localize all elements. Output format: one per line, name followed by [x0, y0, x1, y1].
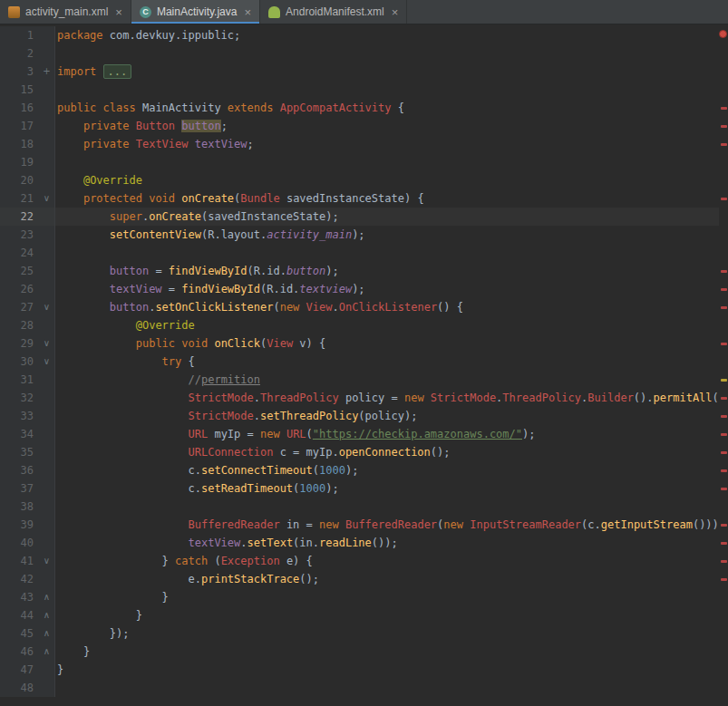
line-number[interactable]: 3 [0, 63, 39, 81]
line-number[interactable]: 28 [0, 316, 39, 334]
line-number[interactable]: 37 [0, 479, 39, 498]
fold-region-icon[interactable]: ∨ [39, 353, 54, 371]
tab-androidmanifest-xml[interactable]: AndroidManifest.xml × [260, 0, 407, 24]
code-line[interactable]: public class MainActivity extends AppCom… [55, 99, 728, 117]
error-stripe-mark[interactable] [721, 578, 727, 581]
error-stripe-mark[interactable] [721, 542, 727, 545]
line-number[interactable]: 38 [0, 498, 39, 516]
line-number[interactable]: 29 [0, 334, 39, 353]
code-line[interactable]: URLConnection c = myIp.openConnection(); [55, 443, 728, 461]
code-line[interactable]: StrictMode.ThreadPolicy policy = new Str… [55, 389, 728, 407]
code-line[interactable]: setContentView(R.layout.activity_main); [55, 226, 728, 244]
code-line[interactable]: super.onCreate(savedInstanceState); [55, 208, 728, 226]
code-line[interactable] [55, 81, 728, 99]
line-number[interactable]: 26 [0, 280, 39, 298]
error-stripe-mark[interactable] [721, 306, 727, 309]
code-line[interactable]: private Button button; [55, 117, 728, 135]
code-line[interactable]: } [55, 588, 728, 606]
line-number[interactable]: 35 [0, 443, 39, 461]
error-stripe-mark[interactable] [721, 343, 727, 345]
line-number[interactable]: 30 [0, 353, 39, 371]
code-line[interactable] [55, 153, 728, 171]
code-line[interactable] [55, 244, 728, 262]
fold-region-icon[interactable]: ∨ [39, 334, 54, 353]
fold-region-icon[interactable]: ∧ [39, 606, 54, 624]
code-line[interactable]: c.setReadTimeout(1000); [55, 479, 728, 498]
error-stripe-mark[interactable] [721, 125, 727, 128]
error-stripe-mark[interactable] [721, 488, 727, 490]
line-number[interactable]: 22 [0, 208, 39, 226]
line-number[interactable]: 42 [0, 570, 39, 588]
code-line[interactable]: }); [55, 624, 728, 643]
line-number[interactable]: 25 [0, 262, 39, 280]
line-number[interactable]: 45 [0, 624, 39, 643]
fold-region-icon[interactable]: ∨ [39, 298, 54, 316]
error-stripe-mark[interactable] [721, 198, 727, 200]
error-stripe-mark[interactable] [721, 451, 727, 454]
line-number[interactable]: 17 [0, 117, 39, 135]
line-number[interactable]: 39 [0, 516, 39, 534]
code-line[interactable]: button.setOnClickListener(new View.OnCli… [55, 298, 728, 316]
line-number[interactable]: 20 [0, 171, 39, 189]
code-line[interactable]: public void onClick(View v) { [55, 334, 728, 353]
fold-region-icon[interactable]: ∧ [39, 624, 54, 643]
code-line[interactable]: c.setConnectTimeout(1000); [55, 461, 728, 479]
code-line[interactable] [55, 679, 728, 697]
error-count-badge[interactable] [719, 30, 727, 38]
code-line[interactable]: private TextView textView; [55, 135, 728, 153]
error-stripe-mark[interactable] [721, 143, 727, 146]
error-stripe-mark[interactable] [721, 524, 727, 527]
line-number[interactable]: 15 [0, 81, 39, 99]
line-number[interactable]: 31 [0, 371, 39, 389]
tab-mainactivity-java[interactable]: C MainActivity.java × [131, 0, 260, 24]
expand-fold-icon[interactable]: + [39, 63, 54, 81]
close-tab-icon[interactable]: × [244, 6, 251, 18]
code-line[interactable]: } [55, 643, 728, 661]
code-line[interactable]: textView = findViewById(R.id.textview); [55, 280, 728, 298]
line-number[interactable]: 44 [0, 606, 39, 624]
code-line[interactable]: //permition [55, 371, 728, 389]
line-number[interactable]: 32 [0, 389, 39, 407]
line-number[interactable]: 46 [0, 643, 39, 661]
code-line[interactable]: e.printStackTrace(); [55, 570, 728, 588]
code-line[interactable] [55, 498, 728, 516]
error-stripe-mark[interactable] [721, 107, 727, 110]
line-number[interactable]: 21 [0, 189, 39, 208]
line-number[interactable]: 47 [0, 661, 39, 679]
error-stripe-mark[interactable] [721, 270, 727, 273]
code-line[interactable]: protected void onCreate(Bundle savedInst… [55, 189, 728, 208]
line-number[interactable]: 16 [0, 99, 39, 117]
error-stripe-mark[interactable] [721, 288, 727, 291]
code-line[interactable]: textView.setText(in.readLine()); [55, 534, 728, 552]
line-number[interactable]: 41 [0, 552, 39, 570]
line-number[interactable]: 23 [0, 226, 39, 244]
line-number[interactable]: 48 [0, 679, 39, 697]
fold-region-icon[interactable]: ∨ [39, 189, 54, 208]
warning-stripe-mark[interactable] [721, 379, 727, 382]
error-stripe-mark[interactable] [721, 469, 727, 472]
error-stripe-mark[interactable] [721, 560, 727, 563]
close-tab-icon[interactable]: × [392, 6, 399, 18]
fold-region-icon[interactable]: ∨ [39, 552, 54, 570]
code-line[interactable]: import ... [55, 63, 728, 81]
line-number[interactable]: 18 [0, 135, 39, 153]
line-number[interactable]: 27 [0, 298, 39, 316]
line-number[interactable]: 33 [0, 407, 39, 425]
line-number[interactable]: 34 [0, 425, 39, 443]
code-line[interactable]: StrictMode.setThreadPolicy(policy); [55, 407, 728, 425]
error-stripe-mark[interactable] [721, 433, 727, 436]
fold-region-icon[interactable]: ∧ [39, 643, 54, 661]
line-number[interactable]: 43 [0, 588, 39, 606]
code-line[interactable]: try { [55, 353, 728, 371]
error-stripe-mark[interactable] [721, 397, 727, 400]
close-tab-icon[interactable]: × [115, 6, 122, 18]
line-number[interactable]: 40 [0, 534, 39, 552]
code-line[interactable]: @Override [55, 171, 728, 189]
code-line[interactable]: BufferedReader in = new BufferedReader(n… [55, 516, 728, 534]
code-line[interactable] [55, 44, 728, 63]
code-line[interactable]: } catch (Exception e) { [55, 552, 728, 570]
code-line[interactable]: } [55, 606, 728, 624]
line-number[interactable]: 1 [0, 26, 39, 44]
line-number[interactable]: 19 [0, 153, 39, 171]
error-stripe-mark[interactable] [721, 415, 727, 418]
